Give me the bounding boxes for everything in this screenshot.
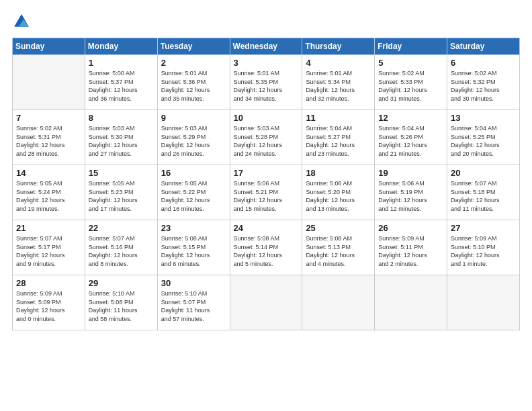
day-info: Sunrise: 5:01 AM Sunset: 5:36 PM Dayligh… <box>161 69 226 103</box>
day-number: 10 <box>234 113 299 123</box>
day-info: Sunrise: 5:02 AM Sunset: 5:32 PM Dayligh… <box>451 69 516 103</box>
day-number: 3 <box>234 58 299 68</box>
day-info: Sunrise: 5:00 AM Sunset: 5:37 PM Dayligh… <box>89 69 154 103</box>
day-number: 8 <box>89 113 154 123</box>
week-row-3: 14Sunrise: 5:05 AM Sunset: 5:24 PM Dayli… <box>13 165 520 220</box>
day-info: Sunrise: 5:02 AM Sunset: 5:33 PM Dayligh… <box>378 69 443 103</box>
day-cell <box>13 55 85 110</box>
day-cell: 20Sunrise: 5:07 AM Sunset: 5:18 PM Dayli… <box>447 165 520 220</box>
day-number: 5 <box>378 58 443 68</box>
day-cell: 5Sunrise: 5:02 AM Sunset: 5:33 PM Daylig… <box>375 55 447 110</box>
week-row-2: 7Sunrise: 5:02 AM Sunset: 5:31 PM Daylig… <box>13 110 520 165</box>
day-info: Sunrise: 5:01 AM Sunset: 5:34 PM Dayligh… <box>306 69 371 103</box>
day-info: Sunrise: 5:03 AM Sunset: 5:28 PM Dayligh… <box>234 124 299 158</box>
day-cell: 2Sunrise: 5:01 AM Sunset: 5:36 PM Daylig… <box>157 55 230 110</box>
day-cell: 17Sunrise: 5:06 AM Sunset: 5:21 PM Dayli… <box>230 165 302 220</box>
day-info: Sunrise: 5:06 AM Sunset: 5:19 PM Dayligh… <box>378 179 443 213</box>
day-cell <box>230 275 302 330</box>
day-info: Sunrise: 5:06 AM Sunset: 5:20 PM Dayligh… <box>306 179 371 213</box>
day-info: Sunrise: 5:07 AM Sunset: 5:18 PM Dayligh… <box>451 179 516 213</box>
day-info: Sunrise: 5:04 AM Sunset: 5:27 PM Dayligh… <box>306 124 371 158</box>
day-number: 16 <box>161 168 226 178</box>
day-number: 29 <box>89 278 154 288</box>
day-number: 17 <box>234 168 299 178</box>
weekday-header-tuesday: Tuesday <box>157 38 230 55</box>
logo-icon <box>12 12 31 31</box>
day-number: 12 <box>378 113 443 123</box>
day-number: 14 <box>16 168 81 178</box>
day-number: 4 <box>306 58 371 68</box>
day-number: 15 <box>89 168 154 178</box>
weekday-header-friday: Friday <box>375 38 447 55</box>
day-cell: 15Sunrise: 5:05 AM Sunset: 5:23 PM Dayli… <box>85 165 157 220</box>
day-info: Sunrise: 5:02 AM Sunset: 5:31 PM Dayligh… <box>16 124 81 158</box>
day-number: 20 <box>451 168 516 178</box>
day-info: Sunrise: 5:09 AM Sunset: 5:11 PM Dayligh… <box>378 234 443 268</box>
week-row-5: 28Sunrise: 5:09 AM Sunset: 5:09 PM Dayli… <box>13 275 520 330</box>
day-number: 26 <box>378 223 443 233</box>
day-cell: 4Sunrise: 5:01 AM Sunset: 5:34 PM Daylig… <box>302 55 375 110</box>
day-number: 21 <box>16 223 81 233</box>
day-info: Sunrise: 5:10 AM Sunset: 5:07 PM Dayligh… <box>161 289 226 323</box>
day-cell: 26Sunrise: 5:09 AM Sunset: 5:11 PM Dayli… <box>375 220 447 275</box>
day-info: Sunrise: 5:09 AM Sunset: 5:10 PM Dayligh… <box>451 234 516 268</box>
weekday-header-monday: Monday <box>85 38 157 55</box>
day-info: Sunrise: 5:03 AM Sunset: 5:29 PM Dayligh… <box>161 124 226 158</box>
day-info: Sunrise: 5:10 AM Sunset: 5:08 PM Dayligh… <box>89 289 154 323</box>
day-number: 27 <box>451 223 516 233</box>
day-cell: 8Sunrise: 5:03 AM Sunset: 5:30 PM Daylig… <box>85 110 157 165</box>
day-info: Sunrise: 5:05 AM Sunset: 5:24 PM Dayligh… <box>16 179 81 213</box>
day-number: 24 <box>234 223 299 233</box>
header <box>12 12 520 31</box>
day-info: Sunrise: 5:07 AM Sunset: 5:16 PM Dayligh… <box>89 234 154 268</box>
weekday-header-thursday: Thursday <box>302 38 375 55</box>
logo <box>12 12 34 31</box>
day-number: 11 <box>306 113 371 123</box>
day-info: Sunrise: 5:08 AM Sunset: 5:15 PM Dayligh… <box>161 234 226 268</box>
day-info: Sunrise: 5:08 AM Sunset: 5:14 PM Dayligh… <box>234 234 299 268</box>
day-info: Sunrise: 5:06 AM Sunset: 5:21 PM Dayligh… <box>234 179 299 213</box>
day-cell: 25Sunrise: 5:08 AM Sunset: 5:13 PM Dayli… <box>302 220 375 275</box>
day-number: 7 <box>16 113 81 123</box>
day-cell: 10Sunrise: 5:03 AM Sunset: 5:28 PM Dayli… <box>230 110 302 165</box>
day-cell: 29Sunrise: 5:10 AM Sunset: 5:08 PM Dayli… <box>85 275 157 330</box>
day-cell: 21Sunrise: 5:07 AM Sunset: 5:17 PM Dayli… <box>13 220 85 275</box>
day-number: 19 <box>378 168 443 178</box>
week-row-1: 1Sunrise: 5:00 AM Sunset: 5:37 PM Daylig… <box>13 55 520 110</box>
day-cell: 9Sunrise: 5:03 AM Sunset: 5:29 PM Daylig… <box>157 110 230 165</box>
calendar-table: SundayMondayTuesdayWednesdayThursdayFrid… <box>12 38 520 330</box>
day-info: Sunrise: 5:01 AM Sunset: 5:35 PM Dayligh… <box>234 69 299 103</box>
day-info: Sunrise: 5:04 AM Sunset: 5:26 PM Dayligh… <box>378 124 443 158</box>
day-cell: 22Sunrise: 5:07 AM Sunset: 5:16 PM Dayli… <box>85 220 157 275</box>
day-cell: 7Sunrise: 5:02 AM Sunset: 5:31 PM Daylig… <box>13 110 85 165</box>
day-cell: 1Sunrise: 5:00 AM Sunset: 5:37 PM Daylig… <box>85 55 157 110</box>
day-cell <box>375 275 447 330</box>
day-cell: 19Sunrise: 5:06 AM Sunset: 5:19 PM Dayli… <box>375 165 447 220</box>
day-cell: 30Sunrise: 5:10 AM Sunset: 5:07 PM Dayli… <box>157 275 230 330</box>
day-number: 25 <box>306 223 371 233</box>
day-number: 13 <box>451 113 516 123</box>
day-number: 18 <box>306 168 371 178</box>
day-cell: 24Sunrise: 5:08 AM Sunset: 5:14 PM Dayli… <box>230 220 302 275</box>
day-number: 6 <box>451 58 516 68</box>
day-info: Sunrise: 5:05 AM Sunset: 5:23 PM Dayligh… <box>89 179 154 213</box>
weekday-header-wednesday: Wednesday <box>230 38 302 55</box>
day-info: Sunrise: 5:09 AM Sunset: 5:09 PM Dayligh… <box>16 289 81 323</box>
day-number: 23 <box>161 223 226 233</box>
day-info: Sunrise: 5:07 AM Sunset: 5:17 PM Dayligh… <box>16 234 81 268</box>
day-cell: 3Sunrise: 5:01 AM Sunset: 5:35 PM Daylig… <box>230 55 302 110</box>
day-cell: 18Sunrise: 5:06 AM Sunset: 5:20 PM Dayli… <box>302 165 375 220</box>
day-cell: 23Sunrise: 5:08 AM Sunset: 5:15 PM Dayli… <box>157 220 230 275</box>
day-number: 28 <box>16 278 81 288</box>
day-info: Sunrise: 5:08 AM Sunset: 5:13 PM Dayligh… <box>306 234 371 268</box>
day-cell: 16Sunrise: 5:05 AM Sunset: 5:22 PM Dayli… <box>157 165 230 220</box>
day-cell: 13Sunrise: 5:04 AM Sunset: 5:25 PM Dayli… <box>447 110 520 165</box>
day-cell <box>447 275 520 330</box>
day-number: 9 <box>161 113 226 123</box>
day-cell: 27Sunrise: 5:09 AM Sunset: 5:10 PM Dayli… <box>447 220 520 275</box>
day-cell: 14Sunrise: 5:05 AM Sunset: 5:24 PM Dayli… <box>13 165 85 220</box>
page: SundayMondayTuesdayWednesdayThursdayFrid… <box>0 0 532 411</box>
day-info: Sunrise: 5:05 AM Sunset: 5:22 PM Dayligh… <box>161 179 226 213</box>
day-cell: 28Sunrise: 5:09 AM Sunset: 5:09 PM Dayli… <box>13 275 85 330</box>
day-number: 2 <box>161 58 226 68</box>
